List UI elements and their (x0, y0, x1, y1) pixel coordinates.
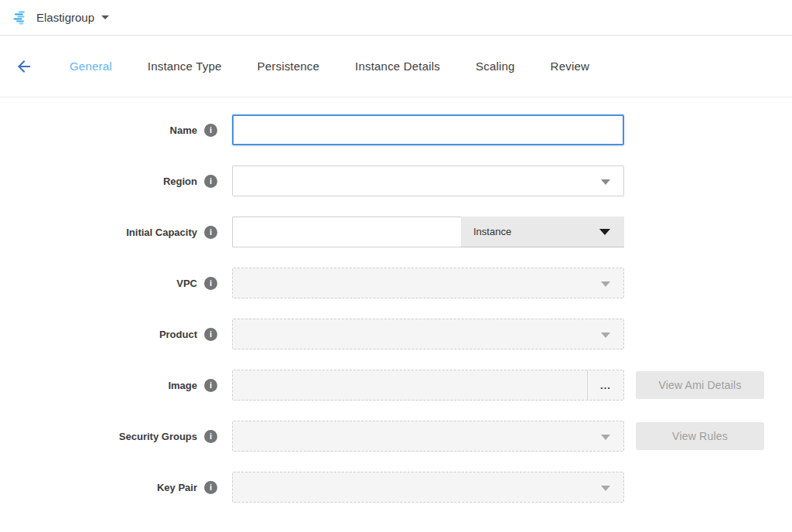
security-groups-label: Security Groups (119, 431, 197, 442)
initial-capacity-input[interactable] (232, 217, 461, 247)
image-picker-value (233, 370, 587, 400)
chevron-down-icon (601, 486, 610, 491)
form-row-region: Region i (0, 165, 792, 196)
info-icon[interactable]: i (204, 430, 217, 443)
product-label: Product (159, 329, 197, 340)
capacity-unit-select[interactable]: Instance (461, 217, 624, 247)
region-label: Region (163, 176, 197, 187)
info-icon[interactable]: i (204, 328, 217, 341)
tab-review[interactable]: Review (551, 60, 589, 73)
general-step-form: Name i Region i Initial Capacity i Insta… (0, 97, 792, 503)
back-button[interactable] (14, 56, 34, 77)
info-icon[interactable]: i (204, 226, 217, 239)
view-rules-button[interactable]: View Rules (636, 422, 764, 450)
form-row-image: Image i ... View Ami Details (0, 370, 792, 401)
wizard-step-bar: General Instance Type Persistence Instan… (0, 36, 792, 97)
name-input[interactable] (232, 114, 624, 145)
wizard-tabs: General Instance Type Persistence Instan… (70, 60, 589, 73)
capacity-unit-value: Instance (473, 226, 511, 237)
tab-persistence[interactable]: Persistence (258, 60, 320, 73)
info-icon[interactable]: i (204, 175, 217, 188)
chevron-down-icon (601, 435, 610, 440)
key-pair-label: Key Pair (157, 482, 197, 493)
view-ami-details-button[interactable]: View Ami Details (636, 371, 764, 399)
app-header: Elastigroup (0, 0, 792, 36)
key-pair-select (232, 472, 624, 503)
tab-scaling[interactable]: Scaling (476, 60, 515, 73)
security-groups-select (232, 421, 624, 452)
vpc-label: VPC (176, 278, 197, 289)
region-select[interactable] (232, 165, 624, 196)
info-icon[interactable]: i (204, 277, 217, 290)
tab-general[interactable]: General (70, 60, 112, 73)
form-row-product: Product i (0, 319, 792, 350)
form-row-key-pair: Key Pair i (0, 472, 792, 503)
form-row-security-groups: Security Groups i View Rules (0, 421, 792, 452)
form-row-vpc: VPC i (0, 268, 792, 298)
chevron-down-icon (601, 179, 610, 185)
info-icon[interactable]: i (204, 124, 217, 137)
tab-instance-type[interactable]: Instance Type (148, 60, 222, 73)
image-browse-button[interactable]: ... (587, 370, 623, 400)
product-select (232, 319, 624, 350)
elastigroup-logo-icon (12, 9, 29, 26)
form-row-initial-capacity: Initial Capacity i Instance (0, 217, 792, 247)
initial-capacity-label: Initial Capacity (126, 227, 197, 238)
chevron-down-icon (601, 332, 610, 338)
arrow-left-icon (15, 57, 33, 76)
chevron-down-icon (601, 281, 610, 287)
image-picker: ... (232, 370, 624, 401)
tab-instance-details[interactable]: Instance Details (355, 60, 440, 73)
chevron-down-icon[interactable] (101, 15, 109, 19)
info-icon[interactable]: i (204, 481, 217, 494)
image-label: Image (168, 380, 197, 391)
vpc-select (232, 268, 624, 298)
info-icon[interactable]: i (204, 379, 217, 392)
chevron-down-icon (599, 229, 610, 235)
form-row-name: Name i (0, 114, 792, 145)
app-switcher-label[interactable]: Elastigroup (36, 11, 94, 24)
name-label: Name (170, 124, 197, 136)
